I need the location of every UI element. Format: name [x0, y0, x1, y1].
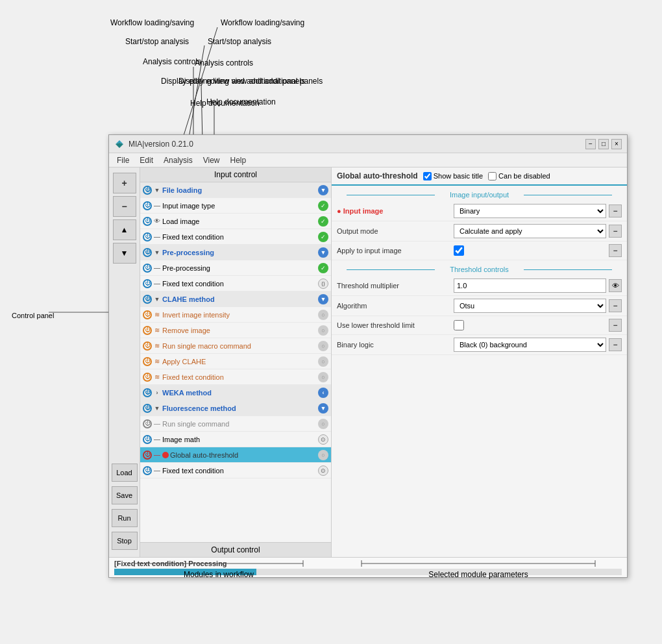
close-button[interactable]: × [611, 139, 622, 149]
item-label: Apply CLAHE [162, 358, 318, 365]
list-item[interactable]: ⏻ ≋ Run single macro command ○ [140, 338, 331, 354]
param-control-input-image: Binary Grayscale − [454, 204, 622, 218]
item-label: Fixed text condition [162, 280, 318, 288]
run-button[interactable]: Run [112, 509, 138, 527]
power-icon: ⏻ [143, 466, 152, 475]
binary-logic-select[interactable]: Black (0) background White (0) backgroun… [454, 338, 606, 352]
list-item[interactable]: ⏻ ▼ Pre-processing ▼ [140, 245, 331, 260]
binary-logic-minus-button[interactable]: − [609, 338, 622, 351]
can-be-disabled-checkbox[interactable] [488, 172, 496, 180]
lower-threshold-minus-button[interactable]: − [609, 319, 622, 332]
item-label: Run single macro command [162, 342, 318, 350]
show-basic-title-text: Show basic title [434, 172, 483, 180]
output-mode-select[interactable]: Calculate and apply Calculate only [454, 224, 606, 238]
power-icon: ⏻ [143, 201, 152, 210]
save-button[interactable]: Save [112, 486, 138, 504]
dash-icon: — [153, 264, 161, 272]
workflow-panel-title: Input control [140, 167, 331, 182]
section-threshold-controls: Threshold controls [332, 266, 627, 273]
ann-startstop: Start/stop analysis [125, 37, 189, 46]
param-row-output-mode: Output mode Calculate and apply Calculat… [332, 221, 627, 242]
power-icon: ⏻ [143, 388, 152, 397]
wave-icon: ≋ [153, 327, 161, 334]
list-item[interactable]: ⏻ — Pre-processing ✓ [140, 260, 331, 276]
list-item[interactable]: ⏻ 👁 Load image ✓ [140, 214, 331, 229]
lower-threshold-checkbox[interactable] [454, 320, 464, 330]
output-mode-minus-button[interactable]: − [609, 225, 622, 238]
item-label: Pre-processing [162, 264, 318, 272]
annotation-analysis: Analysis controls [195, 58, 253, 68]
status-icon: ○ [318, 372, 328, 382]
list-item[interactable]: ⏻ ▼ Fluorescence method ▼ [140, 401, 331, 416]
status-icon: ○ [318, 341, 328, 351]
show-basic-title-checkbox[interactable] [423, 172, 432, 180]
input-image-select[interactable]: Binary Grayscale [454, 204, 606, 218]
threshold-multiplier-eye-button[interactable]: 👁 [609, 279, 622, 292]
show-basic-title-label[interactable]: Show basic title [423, 172, 483, 180]
list-item[interactable]: ⏻ ≋ Invert image intensity ○ [140, 307, 331, 323]
param-label-output-mode: Output mode [337, 227, 454, 235]
item-label: Pre-processing [162, 249, 318, 256]
param-label-input-image: ● Input image [337, 207, 454, 215]
list-item[interactable]: ⏻ ≋ Apply CLAHE ○ [140, 354, 331, 369]
move-up-button[interactable]: ▲ [113, 219, 136, 240]
menu-edit[interactable]: Edit [134, 155, 158, 166]
load-button[interactable]: Load [112, 464, 138, 482]
workflow-list[interactable]: ⏻ ▼ File loading ▼ ⏻ — Input image type … [140, 182, 331, 542]
status-icon: ⊙ [318, 434, 328, 445]
dash-icon: — [153, 202, 161, 210]
add-button[interactable]: + [113, 173, 136, 193]
ann-analysis: Analysis controls [143, 57, 201, 66]
list-item[interactable]: ⏻ — Fixed text condition ✓ [140, 229, 331, 245]
list-item[interactable]: ⏻ ≋ Fixed text condition ○ [140, 369, 331, 385]
input-image-minus-button[interactable]: − [609, 204, 622, 217]
power-icon: ⏻ [143, 310, 152, 319]
apply-input-minus-button[interactable]: − [609, 244, 622, 257]
power-icon: ⏻ [143, 232, 152, 242]
list-item[interactable]: ⏻ — Fixed text condition {} [140, 276, 331, 291]
chevron-icon: ▼ [153, 186, 161, 194]
item-label: Invert image intensity [162, 311, 318, 319]
status-icon: ○ [318, 450, 328, 460]
list-item[interactable]: ⏻ › WEKA method ‹ [140, 385, 331, 401]
workflow-panel: Input control ⏻ ▼ File loading ▼ ⏻ — Inp… [140, 167, 332, 557]
minimize-button[interactable]: − [585, 139, 596, 149]
control-panel-label: Control panel [12, 312, 54, 319]
list-item[interactable]: ⏻ — Run single command ○ [140, 416, 331, 432]
threshold-multiplier-input[interactable] [454, 279, 606, 293]
apply-input-checkbox[interactable] [454, 245, 464, 256]
list-item[interactable]: ⏻ ≋ Remove image ○ [140, 323, 331, 338]
algorithm-select[interactable]: Otsu IsoData Triangle Mean [454, 299, 606, 313]
list-item[interactable]: ⏻ — Image math ⊙ [140, 432, 331, 447]
status-icon: ○ [318, 310, 328, 320]
param-control-apply-input: − [454, 244, 622, 257]
menu-help[interactable]: Help [225, 155, 252, 166]
list-item[interactable]: ⏻ ▼ File loading ▼ [140, 182, 331, 198]
status-icon: {} [318, 279, 328, 289]
menu-file[interactable]: File [112, 155, 134, 166]
status-icon: ▼ [318, 403, 328, 414]
selected-label: Selected module parameters [329, 557, 628, 579]
algorithm-minus-button[interactable]: − [609, 299, 622, 312]
list-item[interactable]: ⏻ — Fixed text condition ⊙ [140, 463, 331, 478]
wave-icon: ≋ [153, 358, 161, 365]
move-down-button[interactable]: ▼ [113, 243, 136, 264]
status-icon: ✓ [318, 263, 328, 273]
menu-bar: File Edit Analysis View Help [109, 153, 627, 167]
status-icon: ‹ [318, 388, 328, 398]
can-be-disabled-label[interactable]: Can be disabled [488, 172, 550, 180]
menu-view[interactable]: View [198, 155, 225, 166]
list-item[interactable]: ⏻ — Global auto-threshold ○ [140, 447, 331, 463]
item-label: Fixed text condition [162, 373, 318, 381]
menu-analysis[interactable]: Analysis [158, 155, 198, 166]
list-item[interactable]: ⏻ ▼ CLAHE method ▼ [140, 291, 331, 307]
status-icon: ▼ [318, 294, 328, 304]
list-item[interactable]: ⏻ — Input image type ✓ [140, 198, 331, 214]
modules-label-text: Modules in workflow [184, 570, 254, 579]
status-icon: ✓ [318, 201, 328, 211]
maximize-button[interactable]: □ [598, 139, 609, 149]
param-row-input-image: ● Input image Binary Grayscale − [332, 201, 627, 221]
power-icon: ⏻ [143, 186, 152, 195]
remove-button[interactable]: − [113, 196, 136, 217]
stop-button[interactable]: Stop [112, 532, 138, 550]
